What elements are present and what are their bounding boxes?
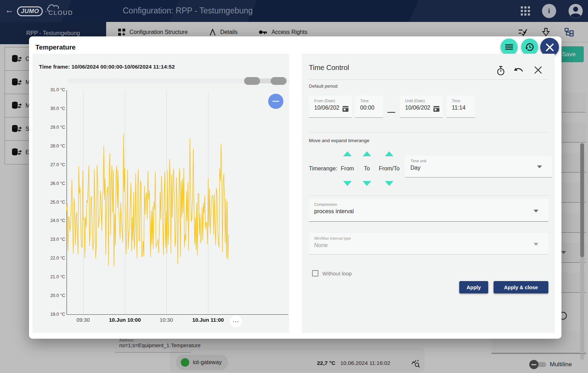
y-tick-label: 29.0 °C [50,125,65,130]
without-loop-label: Without loop [322,270,352,276]
y-tick-label: 21.0 °C [50,274,65,279]
field-value: Day [410,165,552,171]
column-to-label: To [364,165,370,172]
x-tick-label: 10.Jun 10:00 [109,317,141,323]
until-date-field[interactable]: Until (Date) 10/06/202 [400,95,443,118]
default-period-label: Default period [309,83,338,89]
x-tick-label: 09:30 [76,317,90,323]
field-label: Compression [314,202,548,206]
dropdown-caret-icon [534,243,538,246]
y-tick-label: 26.0 °C [50,181,65,186]
compression-select[interactable]: Compression process interval [309,199,548,222]
y-tick-label: 25.0 °C [50,200,65,205]
channel-list-button[interactable] [501,39,518,56]
slider-handle-right[interactable] [271,77,287,85]
field-label: Time [452,99,475,103]
move-expand-label: Move and expand timerange [309,138,369,143]
time-control-close-icon[interactable] [534,66,542,74]
close-icon [546,43,554,51]
history-clock-icon [525,42,534,52]
field-label: Time [360,99,383,103]
field-label: Until (Date) [405,99,443,103]
list-icon [505,44,513,50]
divider [309,196,548,196]
field-value: process interval [314,208,548,215]
field-label: Min/Max interval type [314,236,548,240]
y-tick-label: 20.0 °C [50,293,65,298]
field-value: 11:14 [452,105,475,111]
fromto-decrease-button[interactable] [385,181,393,186]
time-history-button[interactable] [521,39,538,56]
undo-icon[interactable] [514,67,524,75]
y-tick-label: 27.0 °C [50,162,65,167]
to-decrease-button[interactable] [363,181,371,186]
y-tick-label: 23.0 °C [50,237,65,242]
time-unit-select[interactable]: Time unit Day [405,156,552,177]
divider [309,80,548,80]
chart-panel: Time frame: 10/06/2024 00:00:00-10/06/20… [33,54,289,333]
time-control-panel: Time Control Default period From (Date) … [302,54,555,333]
x-axis-labels: 09:3010.Jun 10:0010:3010.Jun 11:00 [67,317,288,325]
y-tick-label: 31.0 °C [50,87,65,92]
apply-button[interactable]: Apply [459,281,488,293]
y-tick-label: 22.0 °C [50,256,65,261]
from-increase-button[interactable] [343,151,352,156]
without-loop-checkbox[interactable] [312,270,318,276]
range-separator: — [387,107,395,117]
chart-more-menu[interactable]: ⋯ [230,315,242,327]
field-label: From (Date) [314,99,352,103]
calendar-icon[interactable] [433,105,440,112]
field-value: 10/06/202 [405,105,433,111]
timerange-label: Timerange: [309,165,337,172]
more-dots-icon: ⋯ [232,317,240,326]
temperature-dialog: Temperature Time frame: 10/06/2024 00:00… [29,36,561,339]
from-date-field[interactable]: From (Date) 10/06/202 [309,95,352,118]
column-from-label: From [341,165,354,172]
from-time-field[interactable]: Time 00:00 [355,95,383,118]
x-tick-label: 10:30 [160,317,173,323]
to-increase-button[interactable] [363,151,371,156]
minmax-interval-select[interactable]: Min/Max interval type None [309,233,548,255]
calendar-icon[interactable] [342,105,349,112]
dropdown-caret-icon [534,210,538,212]
timeframe-label: Time frame: 10/06/2024 00:00:00-10/06/20… [39,64,175,70]
y-tick-label: 30.0 °C [50,106,65,111]
temperature-line-chart[interactable] [67,90,288,315]
stopwatch-icon[interactable] [496,66,505,76]
y-tick-label: 19.0 °C [50,312,65,317]
field-value: 10/06/202 [314,105,342,111]
x-tick-label: 10.Jun 11:00 [192,317,224,323]
y-tick-label: 24.0 °C [50,218,65,223]
field-value: None [314,242,548,249]
fromto-increase-button[interactable] [385,151,393,156]
dialog-title: Temperature [35,43,76,51]
from-decrease-button[interactable] [343,181,352,186]
app-window: ← JUMO · CLOUD Configuration: RPP - Test… [0,0,588,373]
until-time-field[interactable]: Time 11:14 [446,95,475,118]
field-value: 00:00 [360,105,383,111]
divider [309,132,548,133]
slider-handle-left[interactable] [244,77,260,85]
column-fromto-label: From/To [379,165,400,172]
field-label: Time unit [410,159,552,163]
time-control-title: Time Control [309,64,349,72]
apply-close-button[interactable]: Apply & close [494,281,548,293]
dropdown-caret-icon [537,165,542,168]
y-tick-label: 28.0 °C [50,144,65,148]
